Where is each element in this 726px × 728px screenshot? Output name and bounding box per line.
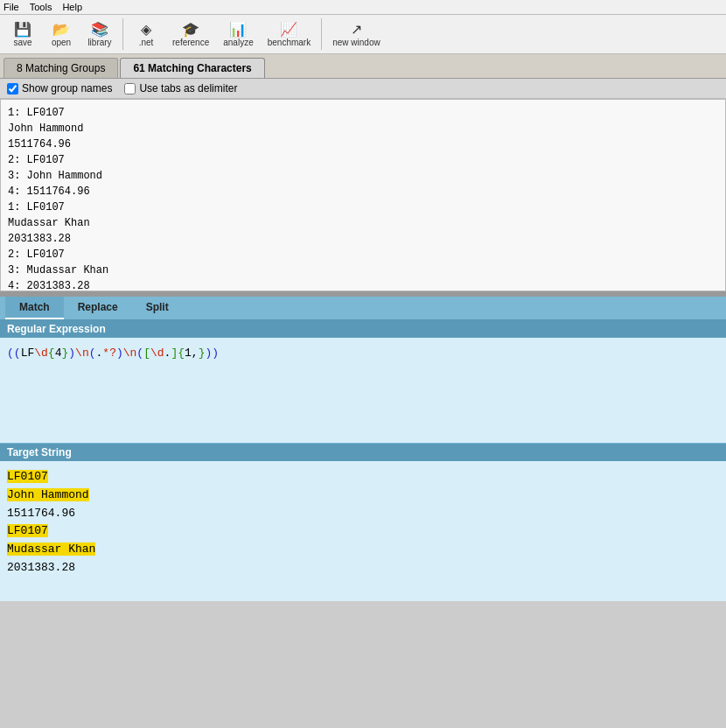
- bottom-tabs-bar: Match Replace Split: [0, 297, 726, 320]
- toolbar-benchmark-label: benchmark: [268, 38, 311, 47]
- result-line: John Hammond: [8, 121, 718, 136]
- regex-close-paren2: ): [116, 346, 123, 360]
- regex-open-paren: (: [7, 346, 14, 360]
- options-row: Show group names Use tabs as delimiter: [0, 79, 726, 99]
- toolbar-separator-2: [321, 18, 322, 50]
- regex-open-paren4: (: [136, 346, 143, 360]
- toolbar-separator-1: [122, 18, 123, 50]
- menubar: File Tools Help: [0, 0, 726, 15]
- regex-newline2: \n: [123, 346, 137, 360]
- result-line: 3: Mudassar Khan: [8, 262, 718, 278]
- menu-tools[interactable]: Tools: [30, 2, 52, 12]
- target-line: 2031383.28: [7, 559, 719, 578]
- results-panel[interactable]: 1: LF0107 John Hammond 1511764.96 2: LF0…: [0, 99, 726, 291]
- benchmark-icon: 📈: [280, 22, 297, 38]
- result-line: 4: 2031383.28: [8, 278, 718, 291]
- toolbar-benchmark[interactable]: 📈 benchmark: [262, 20, 316, 49]
- tab-split[interactable]: Split: [132, 297, 183, 319]
- result-line: 3: John Hammond: [8, 168, 718, 184]
- toolbar-save[interactable]: 💾 save: [5, 20, 40, 49]
- result-line: 1: LF0107: [8, 200, 718, 215]
- use-tabs-checkbox[interactable]: [124, 83, 136, 94]
- tab-replace[interactable]: Replace: [64, 297, 132, 319]
- regex-newline: \n: [75, 346, 89, 360]
- regex-open-paren3: (: [89, 346, 96, 360]
- regex-lf: LF: [21, 346, 35, 360]
- toolbar-dotnet-label: .net: [139, 38, 154, 47]
- use-tabs-label: Use tabs as delimiter: [139, 82, 237, 94]
- toolbar-analyze[interactable]: 📊 analyze: [218, 20, 258, 49]
- show-group-names-checkbox[interactable]: [7, 83, 18, 94]
- toolbar-library-label: library: [87, 38, 111, 47]
- regex-brace-open2: {: [178, 346, 185, 360]
- toolbar-open-label: open: [52, 38, 71, 47]
- save-icon: 💾: [14, 22, 31, 38]
- regex-backslash-d: \d: [34, 346, 48, 360]
- target-header: Target String: [0, 444, 726, 461]
- use-tabs-option[interactable]: Use tabs as delimiter: [124, 82, 237, 94]
- target-line: 1511764.96: [7, 505, 719, 523]
- show-group-names-option[interactable]: Show group names: [7, 82, 112, 94]
- result-line: 4: 1511764.96: [8, 184, 718, 200]
- regex-one-comma: 1,: [185, 346, 199, 360]
- result-line: 2: LF0107: [8, 152, 718, 168]
- regex-header: Regular Expression: [0, 320, 726, 338]
- menu-file[interactable]: File: [3, 2, 19, 12]
- tab-matching-groups[interactable]: 8 Matching Groups: [3, 58, 118, 78]
- highlight-lf0107-1: LF0107: [7, 470, 48, 483]
- toolbar: 💾 save 📂 open 📚 library ◈ .net 🎓 referen…: [0, 15, 726, 54]
- open-icon: 📂: [52, 22, 70, 38]
- toolbar-reference-label: reference: [172, 38, 209, 47]
- toolbar-new-window[interactable]: ↗ new window: [327, 20, 385, 49]
- target-line: Mudassar Khan: [7, 541, 719, 559]
- regex-brace-open: {: [48, 346, 55, 360]
- result-line: 1: LF0107: [8, 105, 718, 121]
- result-line: Mudassar Khan: [8, 215, 718, 231]
- highlight-lf0107-2: LF0107: [7, 524, 48, 537]
- result-line: 1511764.96: [8, 136, 718, 152]
- target-editor[interactable]: LF0107 John Hammond 1511764.96 LF0107 Mu…: [0, 461, 726, 601]
- tab-match[interactable]: Match: [5, 297, 64, 319]
- toolbar-new-window-label: new window: [332, 38, 380, 47]
- reference-icon: 🎓: [182, 22, 199, 38]
- library-icon: 📚: [91, 22, 108, 38]
- dotnet-icon: ◈: [141, 22, 151, 38]
- regex-char-class-open: [: [143, 346, 150, 360]
- target-line: John Hammond: [7, 486, 719, 505]
- new-window-icon: ↗: [351, 22, 362, 38]
- result-line: 2: LF0107: [8, 247, 718, 262]
- result-line: 2031383.28: [8, 231, 718, 247]
- toolbar-analyze-label: analyze: [223, 38, 253, 47]
- regex-star: *?: [102, 346, 116, 360]
- target-line: LF0107: [7, 468, 719, 486]
- tab-matching-characters[interactable]: 61 Matching Characters: [120, 58, 264, 78]
- toolbar-reference[interactable]: 🎓 reference: [167, 20, 214, 49]
- highlight-mudassar-khan: Mudassar Khan: [7, 542, 95, 556]
- regex-section: Regular Expression ((LF\d{4})\n(.*?)\n([…: [0, 320, 726, 444]
- highlight-john-hammond: John Hammond: [7, 488, 89, 501]
- tabs-area: 8 Matching Groups 61 Matching Characters: [0, 54, 726, 79]
- regex-close-paren: ): [68, 346, 75, 360]
- regex-open-paren2: (: [14, 346, 21, 360]
- regex-editor[interactable]: ((LF\d{4})\n(.*?)\n([\d.]{1,})): [0, 338, 726, 443]
- target-line: LF0107: [7, 522, 719, 541]
- toolbar-open[interactable]: 📂 open: [44, 20, 79, 49]
- analyze-icon: 📊: [229, 22, 247, 38]
- toolbar-library[interactable]: 📚 library: [82, 20, 117, 49]
- toolbar-save-label: save: [13, 38, 31, 47]
- regex-backslash-d2: \d: [150, 346, 164, 360]
- toolbar-dotnet[interactable]: ◈ .net: [129, 20, 164, 49]
- target-section: Target String LF0107 John Hammond 151176…: [0, 444, 726, 601]
- menu-help[interactable]: Help: [62, 2, 82, 12]
- show-group-names-label: Show group names: [22, 82, 112, 94]
- regex-close-paren4: ): [212, 346, 219, 360]
